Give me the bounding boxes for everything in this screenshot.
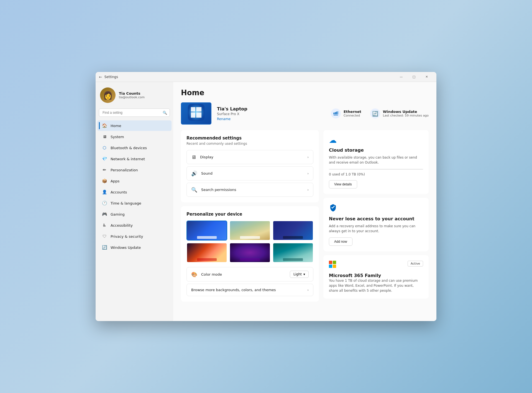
accessibility-icon: ♿ — [102, 223, 107, 228]
back-button[interactable]: ← — [99, 75, 102, 79]
time-icon: 🕐 — [102, 200, 107, 206]
avatar[interactable]: 👩 — [100, 87, 116, 103]
ethernet-info: Ethernet Connected — [344, 110, 361, 117]
storage-bar-wrap — [329, 169, 423, 170]
sidebar-item-gaming-label: Gaming — [111, 212, 125, 216]
svg-rect-2 — [335, 112, 336, 114]
system-icon: 🖥 — [102, 134, 107, 139]
taskbar-preview — [283, 236, 303, 239]
personalize-card: Personalize your device — [181, 206, 319, 302]
sound-label: Sound — [201, 171, 307, 175]
wallpaper-item-5[interactable] — [229, 243, 270, 263]
device-name: Tia's Laptop — [217, 106, 325, 112]
update-icon-stat: 🔄 — [370, 108, 380, 118]
sound-chevron: › — [307, 172, 309, 175]
device-model: Surface Pro X — [217, 112, 325, 116]
device-stats: Ethernet Connected 🔄 Windows Update Last… — [331, 108, 429, 118]
ms-yellow-square — [333, 265, 336, 268]
add-now-button[interactable]: Add now — [329, 237, 352, 246]
user-info: Tia Counts tia@outlook.com — [119, 91, 145, 99]
sidebar-item-accounts-label: Accounts — [111, 190, 127, 194]
color-mode-row: 🎨 Color mode Light ▾ — [186, 267, 313, 281]
color-mode-select[interactable]: Light ▾ — [290, 271, 309, 278]
content-grid: Recommended settings Recent and commonly… — [181, 130, 429, 302]
sidebar-item-home[interactable]: 🏠 Home — [97, 120, 172, 131]
device-info: Tia's Laptop Surface Pro X Rename — [217, 106, 325, 121]
wallpaper-item-4[interactable] — [186, 243, 227, 263]
device-header: Tia's Laptop Surface Pro X Rename — [181, 102, 429, 125]
search-input[interactable] — [99, 108, 170, 117]
sidebar-item-windows-update[interactable]: 🔄 Windows Update — [97, 242, 172, 253]
svg-rect-5 — [334, 115, 338, 115]
sound-icon: 🔊 — [191, 170, 197, 176]
sidebar-item-apps[interactable]: 📦 Apps — [97, 176, 172, 186]
bluetooth-icon: ⬡ — [102, 145, 107, 151]
right-column: ☁ Cloud storage With available storage, … — [323, 130, 429, 302]
taskbar-preview — [197, 236, 217, 239]
sidebar-item-bluetooth[interactable]: ⬡ Bluetooth & devices — [97, 143, 172, 153]
sidebar-item-network[interactable]: 💎 Network & internet — [97, 154, 172, 164]
search-permissions-row[interactable]: 🔍 Search permissions › — [186, 183, 313, 197]
search-permissions-chevron: › — [307, 188, 309, 192]
view-details-button[interactable]: View details — [329, 180, 357, 188]
recommended-subtitle: Recent and commonly used settings — [186, 142, 313, 146]
ms-blue-square — [329, 265, 332, 268]
titlebar-controls: — □ ✕ — [395, 72, 433, 82]
sidebar-item-gaming[interactable]: 🎮 Gaming — [97, 209, 172, 219]
accounts-icon: 👤 — [102, 189, 107, 195]
wallpaper-item-6[interactable] — [273, 243, 313, 263]
home-icon: 🏠 — [102, 123, 107, 128]
storage-text: 0 used of 1.0 TB (0%) — [329, 172, 423, 176]
titlebar: ← Settings — □ ✕ — [96, 72, 436, 82]
account-security-card: Never lose access to your account Add a … — [323, 198, 429, 251]
display-label: Display — [200, 155, 307, 159]
update-stat: 🔄 Windows Update Last checked: 59 minute… — [370, 108, 429, 118]
taskbar-preview — [283, 258, 303, 261]
update-icon: 🔄 — [102, 245, 107, 250]
sidebar-item-personalization[interactable]: ✏️ Personalization — [97, 165, 172, 175]
close-button[interactable]: ✕ — [420, 72, 433, 82]
recommended-card: Recommended settings Recent and commonly… — [181, 130, 319, 202]
sidebar-item-personalization-label: Personalization — [111, 168, 138, 172]
personalization-icon: ✏️ — [102, 167, 107, 173]
search-icon: 🔍 — [163, 111, 167, 115]
privacy-icon: 🛡 — [102, 234, 107, 239]
user-name: Tia Counts — [119, 91, 145, 95]
sound-row[interactable]: 🔊 Sound › — [186, 166, 313, 180]
ethernet-icon — [331, 108, 341, 118]
sidebar-item-privacy[interactable]: 🛡 Privacy & security — [97, 231, 172, 242]
svg-rect-4 — [338, 111, 338, 115]
sidebar-item-apps-label: Apps — [111, 179, 119, 183]
wallpaper-item-1[interactable] — [186, 221, 227, 241]
sidebar-item-accounts[interactable]: 👤 Accounts — [97, 187, 172, 197]
sidebar-item-accessibility[interactable]: ♿ Accessibility — [97, 220, 172, 231]
window-title: Settings — [104, 75, 118, 79]
sidebar-item-system[interactable]: 🖥 System — [97, 131, 172, 142]
display-row[interactable]: 🖥 Display › — [186, 150, 313, 164]
sidebar-item-bluetooth-label: Bluetooth & devices — [111, 146, 147, 150]
shield-icon — [329, 203, 423, 213]
browse-row[interactable]: Browse more backgrounds, colors, and the… — [186, 284, 313, 296]
update-label: Windows Update — [383, 110, 429, 114]
browse-label: Browse more backgrounds, colors, and the… — [191, 288, 307, 292]
color-mode-icon: 🎨 — [191, 272, 197, 277]
search-permissions-label: Search permissions — [201, 188, 307, 192]
settings-window: ← Settings — □ ✕ 👩 Tia Counts tia@outloo… — [96, 72, 436, 321]
wallpaper-item-3[interactable] — [273, 221, 313, 241]
recommended-title: Recommended settings — [186, 136, 313, 141]
update-info: Windows Update Last checked: 59 minutes … — [383, 110, 429, 117]
search-box: 🔍 — [99, 108, 170, 117]
color-mode-label: Color mode — [201, 272, 290, 276]
taskbar-preview — [240, 236, 260, 239]
minimize-button[interactable]: — — [395, 72, 408, 82]
account-desc: Add a recovery email address to make sur… — [329, 224, 423, 234]
network-icon: 💎 — [102, 156, 107, 162]
color-mode-chevron: ▾ — [303, 272, 305, 276]
wallpaper-item-2[interactable] — [229, 221, 270, 241]
device-image — [181, 102, 211, 125]
maximize-button[interactable]: □ — [408, 72, 420, 82]
rename-link[interactable]: Rename — [217, 117, 325, 121]
sidebar-item-time-language[interactable]: 🕐 Time & language — [97, 198, 172, 208]
sidebar-item-update-label: Windows Update — [111, 245, 141, 250]
main-content: 👩 Tia Counts tia@outlook.com 🔍 🏠 Home 🖥 … — [96, 82, 436, 321]
